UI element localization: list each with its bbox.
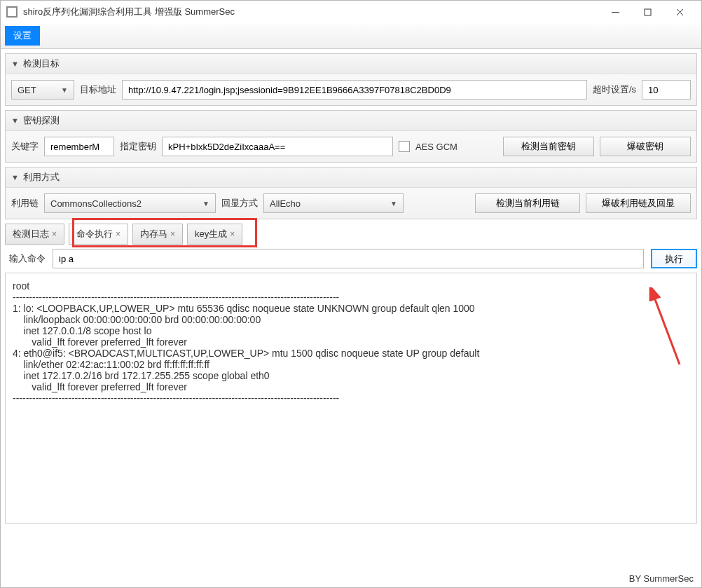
- section-exploit: ▼ 利用方式 利用链 CommonsCollections2 ▼ 回显方式 Al…: [5, 167, 697, 219]
- target-label: 目标地址: [80, 83, 116, 96]
- close-icon[interactable]: ×: [230, 229, 235, 239]
- chain-value: CommonsCollections2: [50, 198, 142, 209]
- tab-memshell[interactable]: 内存马 ×: [132, 224, 183, 245]
- tab-label: 内存马: [140, 228, 167, 240]
- settings-button[interactable]: 设置: [5, 26, 40, 46]
- chevron-down-icon: ▼: [202, 200, 209, 207]
- app-icon: [6, 6, 18, 18]
- close-icon[interactable]: ×: [52, 229, 57, 239]
- close-icon[interactable]: ×: [116, 229, 121, 239]
- tab-label: key生成: [195, 228, 227, 240]
- tab-label: 检测日志: [13, 228, 49, 240]
- command-input[interactable]: [53, 249, 644, 268]
- brute-chain-button[interactable]: 爆破利用链及回显: [586, 193, 691, 213]
- output-textarea[interactable]: root -----------------------------------…: [5, 273, 697, 524]
- check-key-button[interactable]: 检测当前密钥: [503, 137, 594, 156]
- keyword-input[interactable]: [44, 137, 114, 156]
- chain-select[interactable]: CommonsCollections2 ▼: [44, 193, 216, 213]
- section-key-detect: ▼ 密钥探测 关键字 指定密钥 AES GCM 检测当前密钥 爆破密钥: [5, 110, 697, 163]
- tab-keygen[interactable]: key生成 ×: [187, 224, 242, 245]
- keyword-label: 关键字: [11, 140, 39, 153]
- section-title: 检测目标: [23, 57, 60, 70]
- timeout-input[interactable]: [642, 80, 691, 100]
- key-label: 指定密钥: [120, 140, 156, 153]
- echo-select[interactable]: AllEcho ▼: [263, 193, 404, 213]
- tab-label: 命令执行: [76, 228, 113, 240]
- http-method-select[interactable]: GET ▼: [11, 80, 74, 100]
- close-icon[interactable]: ×: [170, 229, 175, 239]
- command-row: 输入命令 执行: [5, 249, 697, 268]
- svg-rect-1: [645, 9, 651, 15]
- window-title: shiro反序列化漏洞综合利用工具 增强版 SummerSec: [23, 6, 599, 18]
- section-title: 利用方式: [23, 171, 60, 184]
- aes-label: AES GCM: [415, 142, 457, 152]
- cmd-label: 输入命令: [9, 252, 46, 265]
- tab-exec[interactable]: 命令执行 ×: [69, 224, 128, 245]
- method-value: GET: [18, 85, 36, 95]
- timeout-label: 超时设置/s: [593, 83, 636, 96]
- tab-log[interactable]: 检测日志 ×: [5, 224, 64, 245]
- chevron-down-icon: ▼: [390, 200, 397, 207]
- section-header-exploit[interactable]: ▼ 利用方式: [6, 167, 696, 188]
- chevron-down-icon: ▼: [11, 173, 19, 182]
- section-title: 密钥探测: [23, 114, 60, 127]
- key-input[interactable]: [162, 137, 393, 156]
- section-header-detect[interactable]: ▼ 检测目标: [6, 54, 696, 74]
- brute-key-button[interactable]: 爆破密钥: [600, 137, 691, 156]
- chevron-down-icon: ▼: [61, 86, 68, 94]
- tabs-row: 检测日志 × 命令执行 × 内存马 × key生成 ×: [5, 224, 697, 245]
- chevron-down-icon: ▼: [11, 116, 19, 125]
- section-detect-target: ▼ 检测目标 GET ▼ 目标地址 超时设置/s: [5, 53, 697, 106]
- close-button[interactable]: [663, 1, 696, 23]
- check-chain-button[interactable]: 检测当前利用链: [475, 193, 580, 213]
- minimize-button[interactable]: [599, 1, 631, 23]
- execute-button[interactable]: 执行: [651, 249, 697, 268]
- echo-label: 回显方式: [221, 197, 258, 210]
- echo-value: AllEcho: [270, 198, 301, 209]
- maximize-button[interactable]: [631, 1, 663, 23]
- titlebar: shiro反序列化漏洞综合利用工具 增强版 SummerSec: [1, 1, 701, 23]
- target-url-input[interactable]: [122, 80, 587, 100]
- chain-label: 利用链: [11, 197, 39, 210]
- footer-credit: BY SummerSec: [629, 573, 694, 584]
- aes-gcm-checkbox[interactable]: [399, 141, 410, 152]
- menubar: 设置: [1, 23, 701, 49]
- section-header-key[interactable]: ▼ 密钥探测: [6, 111, 696, 131]
- chevron-down-icon: ▼: [11, 60, 19, 68]
